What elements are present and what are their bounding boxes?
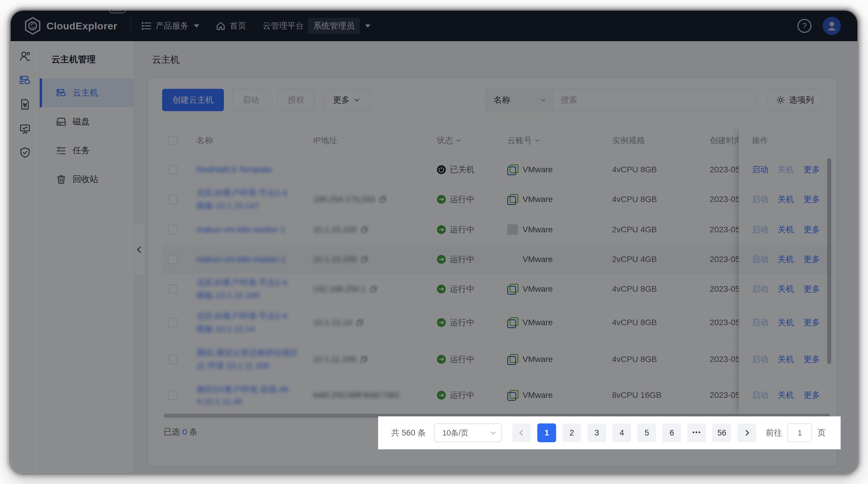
page-button-3[interactable]: 3 bbox=[587, 423, 606, 442]
chevron-left-icon bbox=[519, 430, 525, 436]
pager-pages: 123456•••56 bbox=[537, 423, 731, 442]
goto-page-input[interactable] bbox=[787, 423, 812, 442]
chevron-down-icon bbox=[490, 429, 496, 436]
page-button-2[interactable]: 2 bbox=[562, 423, 581, 442]
page-button-1[interactable]: 1 bbox=[537, 423, 556, 442]
page-size-select[interactable]: 10条/页 bbox=[434, 423, 502, 442]
page-button-56[interactable]: 56 bbox=[712, 423, 731, 442]
page-button-4[interactable]: 4 bbox=[612, 423, 631, 442]
prev-page-button[interactable] bbox=[512, 423, 531, 442]
chevron-right-icon bbox=[743, 430, 749, 436]
more-pages-button[interactable]: ••• bbox=[687, 423, 706, 442]
page-button-6[interactable]: 6 bbox=[662, 423, 681, 442]
goto-label: 前往 bbox=[766, 427, 782, 439]
page-size-value: 10条/页 bbox=[442, 428, 468, 438]
page-button-5[interactable]: 5 bbox=[637, 423, 656, 442]
goto-suffix: 页 bbox=[817, 427, 826, 439]
app-window: CloudExplorer Lite 产品服务 首页 bbox=[10, 10, 858, 474]
total-count: 共 560 条 bbox=[391, 427, 426, 439]
next-page-button[interactable] bbox=[737, 423, 756, 442]
pager: 123456•••56 bbox=[512, 423, 756, 442]
dim-overlay bbox=[10, 10, 858, 474]
pagination-bar: 共 560 条 10条/页 123456•••56 前往 页 bbox=[378, 416, 841, 449]
